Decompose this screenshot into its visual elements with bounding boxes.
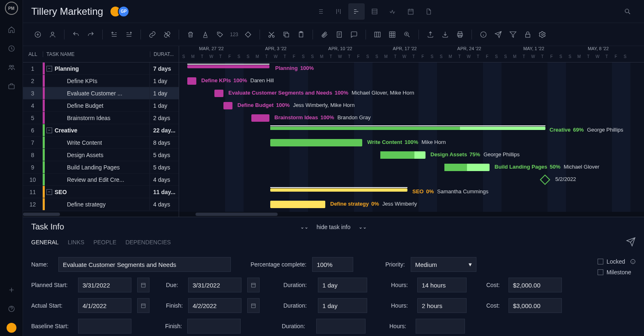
planned-hours-input[interactable] xyxy=(417,278,467,292)
calendar-icon[interactable] xyxy=(137,298,150,313)
task-row[interactable]: 5Brainstorm Ideas2 days xyxy=(23,112,179,124)
calendar-view-icon[interactable] xyxy=(402,3,419,20)
calendar-icon[interactable] xyxy=(247,278,260,292)
settings-icon[interactable] xyxy=(536,28,549,41)
actual-cost-input[interactable] xyxy=(508,298,562,313)
wbs-number-label[interactable]: 123 xyxy=(228,32,240,37)
project-avatars[interactable]: GP xyxy=(110,6,129,17)
tag-icon[interactable] xyxy=(214,28,227,41)
paste-icon[interactable] xyxy=(294,28,308,41)
grid-icon[interactable] xyxy=(386,28,399,41)
gantt-bar[interactable] xyxy=(380,151,426,159)
tab-dependencies[interactable]: DEPENDENCIES xyxy=(125,239,170,249)
app-logo[interactable]: PM xyxy=(5,2,18,15)
gantt-bar[interactable] xyxy=(270,139,362,146)
baseline-duration-input[interactable] xyxy=(316,319,366,334)
calendar-icon[interactable] xyxy=(247,298,260,313)
gantt-bar[interactable] xyxy=(270,201,325,208)
info-icon[interactable] xyxy=(477,28,490,41)
send-task-icon[interactable] xyxy=(626,237,636,248)
cut-icon[interactable] xyxy=(265,28,278,41)
task-row[interactable]: 3Evaluate Customer ...1 day xyxy=(23,87,179,100)
hide-task-info-button[interactable]: ⌄⌄ hide task info ⌄⌄ xyxy=(300,224,367,230)
milestone-checkbox[interactable]: Milestone xyxy=(598,269,636,276)
grid-header-duration[interactable]: DURAT... xyxy=(150,51,179,57)
planned-cost-input[interactable] xyxy=(508,278,562,292)
priority-select[interactable]: Medium▾ xyxy=(411,257,476,272)
gantt-bar[interactable] xyxy=(270,188,407,192)
home-icon[interactable] xyxy=(3,21,20,38)
grid-h-scrollbar[interactable] xyxy=(23,212,179,217)
task-row[interactable]: 6−Creative22 day... xyxy=(23,124,179,137)
help-icon[interactable] xyxy=(3,301,20,317)
indent-icon[interactable] xyxy=(122,28,136,41)
tab-people[interactable]: PEOPLE xyxy=(93,239,116,249)
filter-icon[interactable] xyxy=(506,28,520,41)
milestone-marker[interactable] xyxy=(540,174,550,185)
recent-icon[interactable] xyxy=(3,40,20,57)
pct-complete-input[interactable] xyxy=(312,257,353,272)
gantt-bar[interactable] xyxy=(187,77,196,85)
outdent-icon[interactable] xyxy=(108,28,121,41)
collapse-icon[interactable]: − xyxy=(46,189,52,195)
task-row[interactable]: 2Define KPIs1 day xyxy=(23,75,179,87)
milestone-icon[interactable] xyxy=(242,28,255,41)
columns-icon[interactable] xyxy=(371,28,384,41)
due-input[interactable] xyxy=(188,278,242,292)
collapse-icon[interactable]: − xyxy=(46,127,52,133)
gantt-bar[interactable] xyxy=(187,65,269,68)
attachment-icon[interactable] xyxy=(318,28,331,41)
link-icon[interactable] xyxy=(146,28,159,41)
avatar[interactable]: GP xyxy=(118,6,129,17)
unlink-icon[interactable] xyxy=(161,28,174,41)
files-view-icon[interactable] xyxy=(421,3,437,20)
planned-start-input[interactable] xyxy=(78,278,131,292)
gantt-h-scrollbar[interactable] xyxy=(179,212,644,217)
send-icon[interactable] xyxy=(492,28,505,41)
gantt-bar[interactable] xyxy=(270,127,545,130)
baseline-hours-input[interactable] xyxy=(416,319,465,334)
task-row[interactable]: 1−Planning7 days xyxy=(23,63,179,75)
board-view-icon[interactable] xyxy=(330,3,347,20)
grid-header-name[interactable]: TASK NAME xyxy=(43,51,150,57)
grid-header-all[interactable]: ALL xyxy=(23,51,43,57)
task-row[interactable]: 8Design Assets5 days xyxy=(23,149,179,161)
tab-links[interactable]: LINKS xyxy=(68,239,84,249)
comment-icon[interactable] xyxy=(347,28,361,41)
undo-icon[interactable] xyxy=(69,28,83,41)
task-row[interactable]: 12Define strategy4 days xyxy=(23,198,179,211)
task-name-input[interactable] xyxy=(58,257,231,272)
copy-icon[interactable] xyxy=(280,28,293,41)
baseline-start-input[interactable] xyxy=(78,319,131,334)
gantt-bar[interactable] xyxy=(251,114,269,122)
task-row[interactable]: 10Review and Edit Cre...4 days xyxy=(23,174,179,186)
notes-icon[interactable] xyxy=(333,28,346,41)
zoom-icon[interactable] xyxy=(400,28,414,41)
calendar-icon[interactable] xyxy=(137,278,150,292)
collapse-icon[interactable]: − xyxy=(46,66,52,72)
gantt-bar[interactable] xyxy=(444,164,490,171)
team-icon[interactable] xyxy=(3,59,20,76)
actual-duration-input[interactable] xyxy=(318,298,367,313)
task-row[interactable]: 11−SEO11 day... xyxy=(23,186,179,198)
text-format-icon[interactable] xyxy=(199,28,212,41)
list-view-icon[interactable] xyxy=(312,3,329,20)
task-row[interactable]: 7Write Content8 days xyxy=(23,137,179,149)
actual-hours-input[interactable] xyxy=(417,298,467,313)
actual-start-input[interactable] xyxy=(78,298,131,313)
gantt-view-icon[interactable] xyxy=(348,3,365,20)
planned-duration-input[interactable] xyxy=(318,278,367,292)
redo-icon[interactable] xyxy=(84,28,97,41)
add-icon[interactable] xyxy=(3,282,20,298)
portfolio-icon[interactable] xyxy=(3,78,20,95)
locked-checkbox[interactable]: Locked xyxy=(598,258,636,265)
gantt-bar[interactable] xyxy=(214,90,223,97)
baseline-finish-input[interactable] xyxy=(187,319,241,334)
gantt-bar[interactable] xyxy=(223,102,232,109)
task-row[interactable]: 4Define Budget1 day xyxy=(23,100,179,112)
add-task-icon[interactable] xyxy=(31,28,44,41)
dashboard-view-icon[interactable] xyxy=(384,3,401,20)
import-icon[interactable] xyxy=(439,28,452,41)
actual-finish-input[interactable] xyxy=(188,298,242,313)
user-avatar-icon[interactable] xyxy=(3,320,20,336)
